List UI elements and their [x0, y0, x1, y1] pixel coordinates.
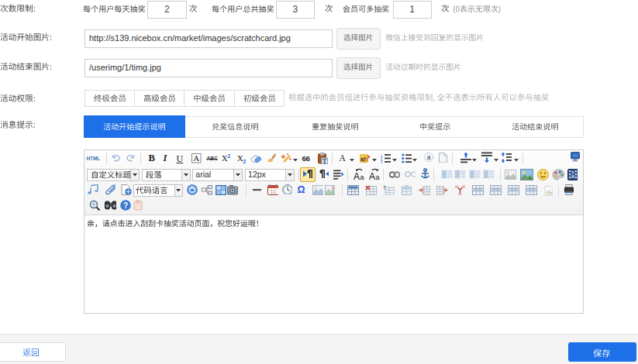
svg-text:T: T — [383, 185, 386, 191]
svg-text:?: ? — [123, 201, 128, 210]
svg-text:A: A — [369, 171, 375, 180]
svg-text:a: a — [360, 173, 364, 180]
svg-text:A: A — [194, 153, 200, 163]
svg-text:3: 3 — [381, 160, 383, 163]
svg-text:T: T — [322, 158, 326, 165]
svg-text:a: a — [375, 173, 379, 180]
svg-text:A: A — [353, 171, 360, 180]
svg-text:a: a — [426, 153, 430, 161]
